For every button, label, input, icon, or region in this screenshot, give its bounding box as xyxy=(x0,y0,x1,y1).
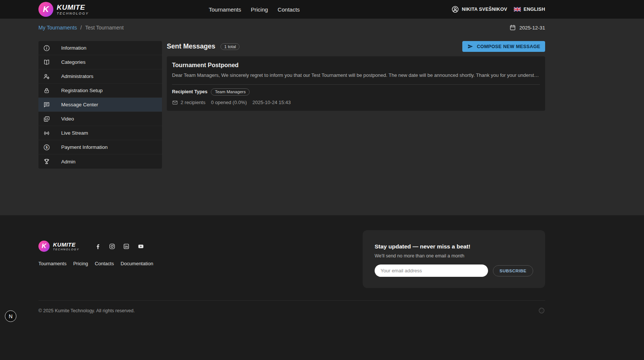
video-library-icon xyxy=(43,115,50,123)
footer-brand-logo[interactable]: K KUMITE TECHNOLOGY xyxy=(38,241,79,252)
nav-link-pricing[interactable]: Pricing xyxy=(251,6,268,13)
admin-person-icon xyxy=(43,73,50,80)
tournament-date-value: 2025-12-31 xyxy=(519,25,545,31)
lock-icon xyxy=(43,87,50,94)
account-icon xyxy=(451,5,459,13)
uk-flag-icon xyxy=(514,7,521,12)
footer-link-documentation[interactable]: Documentation xyxy=(121,261,153,266)
chat-icon xyxy=(43,101,50,109)
breadcrumb-current: Test Tournament xyxy=(85,25,124,31)
newsletter-subtitle: We'll send no more than one email a mont… xyxy=(375,253,533,259)
nav-link-tournaments[interactable]: Tournaments xyxy=(209,6,241,13)
sidebar-item-payment-information[interactable]: $ Payment Information xyxy=(38,140,162,154)
sidebar-item-message-center[interactable]: Message Center xyxy=(38,98,162,112)
email-input[interactable] xyxy=(375,264,488,277)
linkedin-icon[interactable] xyxy=(123,243,130,250)
page-footer: K KUMITE TECHNOLOGY xyxy=(0,215,644,360)
message-card[interactable]: Tournament Postponed Dear Team Managers,… xyxy=(167,56,545,111)
card-divider xyxy=(172,84,540,85)
subscribe-button[interactable]: SUBSCRIBE xyxy=(493,265,533,276)
youtube-icon[interactable] xyxy=(137,243,145,250)
nav-link-contacts[interactable]: Contacts xyxy=(278,6,300,13)
breadcrumb-separator: / xyxy=(80,25,82,31)
main-area: My Tournaments / Test Tournament 2025-12… xyxy=(0,19,644,215)
footer-link-pricing[interactable]: Pricing xyxy=(73,261,88,266)
page-title: Sent Messages xyxy=(167,43,215,50)
message-title: Tournament Postponed xyxy=(172,62,540,69)
copyright-text: © 2025 Kumite Technology. All rights res… xyxy=(38,308,135,313)
sidebar-item-categories[interactable]: Categories xyxy=(38,55,162,69)
social-links xyxy=(94,243,145,250)
user-menu[interactable]: NIKITA SVEŠNIKOV xyxy=(451,5,507,13)
newsletter-card: Stay updated — never miss a beat! We'll … xyxy=(363,230,545,288)
language-selector[interactable]: ENGLISH xyxy=(514,7,545,12)
send-icon xyxy=(467,43,473,50)
newsletter-title: Stay updated — never miss a beat! xyxy=(375,243,533,250)
brand-logo-mark-icon: K xyxy=(38,2,53,17)
sidebar-item-admin[interactable]: Admin xyxy=(38,154,162,169)
recipient-types-label: Recipient Types xyxy=(172,89,207,94)
mail-icon xyxy=(172,100,178,106)
sidebar-item-video[interactable]: Video xyxy=(38,112,162,126)
message-body: Dear Team Managers, We sincerely regret … xyxy=(172,72,540,79)
dollar-icon: $ xyxy=(43,144,50,151)
breadcrumb-link-my-tournaments[interactable]: My Tournaments xyxy=(38,25,77,31)
recipients-count: 2 recipients xyxy=(172,100,205,106)
footer-link-contacts[interactable]: Contacts xyxy=(95,261,114,266)
sidebar-item-registration-setup[interactable]: Registration Setup xyxy=(38,84,162,98)
footer-brand-logo-mark-icon: K xyxy=(38,241,50,252)
tournament-sidebar: Information Categories Administrators xyxy=(38,41,162,169)
sent-timestamp: 2025-10-24 15:43 xyxy=(253,100,291,105)
broadcast-icon xyxy=(43,129,50,137)
compose-new-message-button[interactable]: COMPOSE NEW MESSAGE xyxy=(462,41,545,52)
breadcrumb: My Tournaments / Test Tournament 2025-12… xyxy=(38,19,545,31)
svg-text:$: $ xyxy=(46,145,48,149)
calendar-icon xyxy=(509,24,516,31)
info-icon xyxy=(43,44,50,52)
facebook-icon[interactable] xyxy=(94,243,101,250)
top-navbar: K KUMITE TECHNOLOGY Tournaments Pricing … xyxy=(0,0,644,19)
brand-logo[interactable]: K KUMITE TECHNOLOGY xyxy=(38,2,89,17)
trophy-icon xyxy=(43,158,50,165)
sidebar-item-live-stream[interactable]: Live Stream xyxy=(38,126,162,140)
sidebar-item-information[interactable]: Information xyxy=(38,41,162,55)
footer-link-tournaments[interactable]: Tournaments xyxy=(38,261,66,266)
tournament-date: 2025-12-31 xyxy=(509,24,545,31)
brand-logo-text: KUMITE TECHNOLOGY xyxy=(57,4,89,15)
instagram-icon[interactable] xyxy=(109,243,116,250)
floating-widget-button[interactable]: N xyxy=(5,310,16,322)
navbar-right: NIKITA SVEŠNIKOV ENGLISH xyxy=(451,5,545,13)
message-center-panel: Sent Messages 1 total COMPOSE NEW MESSAG… xyxy=(167,41,545,169)
sidebar-item-administrators[interactable]: Administrators xyxy=(38,69,162,84)
opened-stat: 0 opened (0.0%) xyxy=(211,100,247,105)
recipient-type-chip: Team Managers xyxy=(211,88,250,96)
user-name: NIKITA SVEŠNIKOV xyxy=(462,7,507,12)
language-label: ENGLISH xyxy=(523,7,545,12)
total-count-badge: 1 total xyxy=(221,43,240,50)
main-nav: Tournaments Pricing Contacts xyxy=(209,6,300,13)
categories-book-icon xyxy=(43,59,50,66)
footer-nav: Tournaments Pricing Contacts Documentati… xyxy=(38,261,153,266)
cookie-settings-icon[interactable] xyxy=(538,307,545,314)
